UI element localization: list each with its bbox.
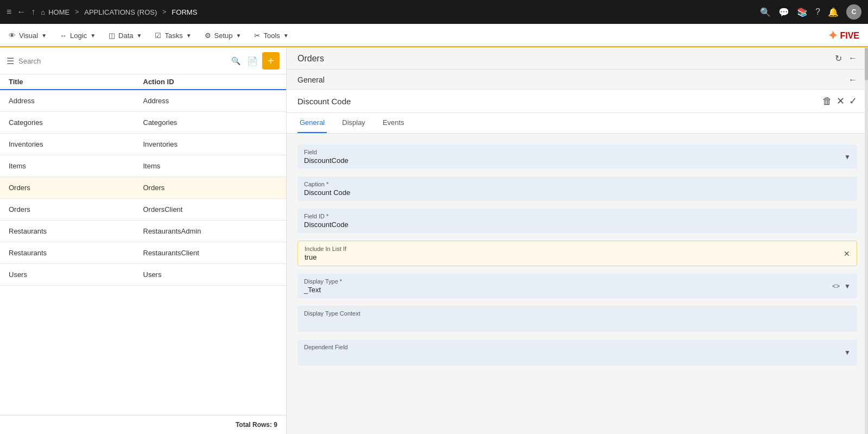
table-row[interactable]: RestaurantsRestaurantsClient [0,242,286,264]
breadcrumb-sep-1: > [75,8,79,16]
display-type-value: _Text [304,286,825,294]
nav-visual[interactable]: 👁 Visual ▼ [9,29,47,42]
row-action-id: Inventories [143,140,278,148]
breadcrumb-applications[interactable]: APPLICATIONS (ROS) [84,8,157,16]
table-row[interactable]: InventoriesInventories [0,134,286,155]
dependent-field-label: Dependent Field [304,344,838,350]
confirm-icon[interactable]: ✓ [849,95,857,107]
table-row[interactable]: AddressAddress [0,90,286,112]
search-chat-icon[interactable]: 🔍 [760,7,771,17]
header-back-arrow[interactable]: ← [848,53,857,64]
include-in-list-row: Include In List If ✕ [297,241,857,266]
help-icon[interactable]: ? [815,7,820,17]
data-icon: ◫ [109,32,115,40]
dependent-field-row: Dependent Field ▼ [297,339,857,366]
nav-tasks[interactable]: ☑ Tasks ▼ [155,29,191,42]
nav-tools[interactable]: ✂ Tools ▼ [254,29,288,42]
display-type-code-icon[interactable]: <> [832,282,840,290]
home-icon: ⌂ [41,8,45,16]
col-action-header: Action ID [143,78,278,86]
display-type-dropdown-icon[interactable]: ▼ [844,282,851,290]
hamburger-icon[interactable]: ≡ [7,7,11,17]
filter-icon[interactable]: ☰ [7,56,14,66]
document-icon[interactable]: 📄 [247,56,258,66]
field-label: Field [304,149,838,155]
second-nav-bar: 👁 Visual ▼ ↔ Logic ▼ ◫ Data ▼ ☑ Tasks ▼ … [0,24,868,48]
field-dropdown-icon[interactable]: ▼ [844,153,851,161]
left-panel: ☰ 🔍 📄 + Title Action ID AddressAddressCa… [0,48,287,434]
header-icons: ↻ ← [835,53,857,64]
setup-icon: ⚙ [205,32,211,40]
include-in-list-clear-icon[interactable]: ✕ [844,249,850,258]
dependent-field-dropdown-icon[interactable]: ▼ [844,349,851,356]
table-row[interactable]: UsersUsers [0,264,286,286]
nav-setup[interactable]: ⚙ Setup ▼ [205,29,242,42]
nav-logic[interactable]: ↔ Logic ▼ [60,29,96,42]
books-icon[interactable]: 📚 [797,7,808,17]
row-title: Address [9,97,143,105]
visual-caret: ▼ [41,33,47,39]
chat-icon[interactable]: 💬 [778,7,789,17]
up-arrow-icon[interactable]: ↑ [31,7,35,17]
caption-wrapper: Caption * [297,177,857,201]
close-icon[interactable]: ✕ [837,95,845,107]
general-back-arrow[interactable]: ← [848,75,857,85]
field-id-label: Field ID * [304,213,851,219]
five-logo-icon: ✦ [828,29,838,43]
tab-general[interactable]: General [297,113,327,133]
row-title: Orders [9,205,143,213]
table-body: AddressAddressCategoriesCategoriesInvent… [0,90,286,415]
search-icon[interactable]: 🔍 [231,56,240,65]
display-type-row: Display Type * _Text <> ▼ [297,274,857,298]
dependent-field-wrapper: Dependent Field ▼ [297,339,857,366]
logic-caret: ▼ [90,33,96,39]
include-in-list-input[interactable] [305,253,837,261]
field-id-row: Field ID * [297,209,857,233]
row-action-id: Categories [143,118,278,127]
bell-icon[interactable]: 🔔 [828,7,839,17]
field-row: Field DiscountCode ▼ [297,144,857,169]
display-type-context-label: Display Type Context [304,310,851,317]
discount-code-title: Discount Code [297,97,818,106]
row-action-id: RestaurantsClient [143,249,278,257]
table-row[interactable]: OrdersOrders [0,177,286,199]
main-layout: ☰ 🔍 📄 + Title Action ID AddressAddressCa… [0,48,868,434]
breadcrumb-home[interactable]: ⌂ HOME [41,8,69,16]
row-title: Restaurants [9,249,143,257]
refresh-icon[interactable]: ↻ [835,53,842,64]
tools-icon: ✂ [254,32,260,40]
caption-row: Caption * [297,177,857,201]
tasks-icon: ☑ [155,32,161,40]
display-type-context-row: Display Type Context [297,306,857,332]
table-row[interactable]: ItemsItems [0,155,286,177]
display-type-wrapper: Display Type * _Text <> ▼ [297,274,857,298]
general-section: General ← [287,70,868,90]
display-type-context-wrapper: Display Type Context [297,306,857,332]
table-row[interactable]: CategoriesCategories [0,112,286,134]
delete-icon[interactable]: 🗑 [822,96,832,107]
row-action-id: Users [143,271,278,279]
user-avatar[interactable]: C [846,4,861,20]
visual-icon: 👁 [9,32,16,40]
data-caret: ▼ [137,33,142,39]
table-row[interactable]: RestaurantsRestaurantsAdmin [0,221,286,242]
tasks-caret: ▼ [186,33,192,39]
row-title: Items [9,162,143,170]
table-row[interactable]: OrdersOrdersClient [0,199,286,221]
search-input[interactable] [18,57,227,65]
tab-events[interactable]: Events [381,113,407,133]
five-logo: ✦ FIVE [828,29,859,43]
tab-display[interactable]: Display [340,113,368,133]
field-id-input[interactable] [304,221,851,229]
include-in-list-wrapper: Include In List If ✕ [297,241,857,266]
orders-header: Orders ↻ ← [287,48,868,70]
row-action-id: Orders [143,184,278,192]
nav-data[interactable]: ◫ Data ▼ [109,29,142,42]
add-button[interactable]: + [262,52,280,70]
caption-input[interactable] [304,188,851,197]
back-arrow-icon[interactable]: ← [17,7,26,17]
breadcrumb-forms[interactable]: FORMS [172,8,197,16]
display-type-label: Display Type * [304,278,825,285]
scrollbar-thumb[interactable] [865,48,868,80]
tabs-bar: General Display Events [287,113,868,134]
